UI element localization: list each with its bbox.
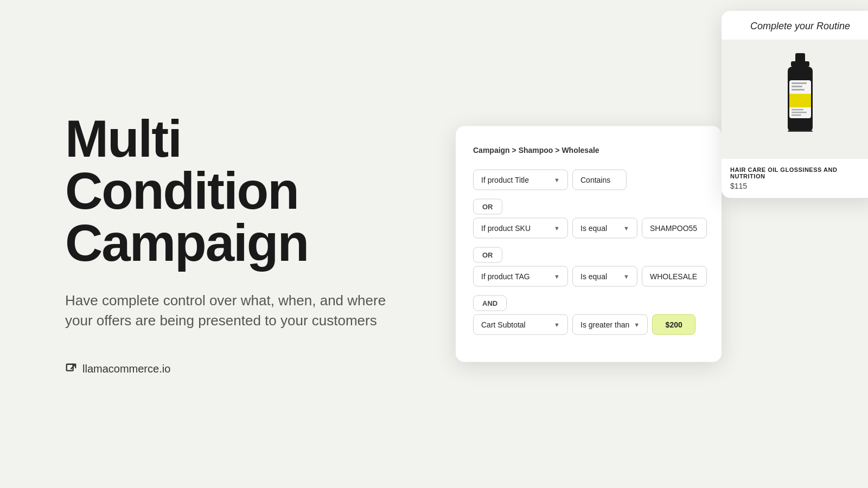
chevron-icon-3: ▼ bbox=[554, 273, 560, 280]
svg-rect-8 bbox=[792, 89, 805, 91]
and-badge[interactable]: AND bbox=[473, 296, 507, 311]
condition-operator-2[interactable]: Is equal ▼ bbox=[572, 218, 637, 239]
condition-row-3: If product TAG ▼ Is equal ▼ WHOLESALE bbox=[473, 266, 704, 287]
product-card: Complete your Routine bbox=[722, 11, 868, 198]
product-info-area: HAIR CARE OIL GLOSSINESS AND NUTRITION $… bbox=[722, 159, 868, 198]
condition-row-1: If product Title ▼ Contains bbox=[473, 170, 704, 190]
or-badge-1[interactable]: OR bbox=[473, 199, 502, 215]
condition-field-2[interactable]: If product SKU ▼ bbox=[473, 218, 568, 239]
chevron-icon-op-3: ▼ bbox=[623, 273, 629, 280]
condition-value-3[interactable]: WHOLESALE bbox=[642, 266, 707, 287]
svg-rect-11 bbox=[792, 114, 801, 116]
chevron-icon-op-2: ▼ bbox=[623, 225, 629, 232]
page-title: Multi Condition Campaign bbox=[65, 113, 412, 269]
condition-operator-1[interactable]: Contains bbox=[572, 170, 627, 190]
product-name: HAIR CARE OIL GLOSSINESS AND NUTRITION bbox=[730, 166, 868, 179]
logic-or-1[interactable]: OR bbox=[473, 196, 704, 218]
svg-rect-6 bbox=[792, 82, 807, 84]
chevron-icon-2: ▼ bbox=[554, 225, 560, 232]
product-bottle-image bbox=[776, 50, 825, 148]
chevron-icon-4: ▼ bbox=[554, 322, 560, 328]
svg-rect-2 bbox=[791, 61, 809, 67]
condition-row-2: If product SKU ▼ Is equal ▼ SHAMPOO55 bbox=[473, 218, 704, 239]
condition-field-1[interactable]: If product Title ▼ bbox=[473, 170, 568, 190]
brand-link[interactable]: llamacommerce.io bbox=[65, 363, 412, 375]
product-price: $115 bbox=[730, 182, 868, 190]
campaign-breadcrumb: Campaign > Shampoo > Wholesale bbox=[473, 146, 704, 155]
condition-value-2[interactable]: SHAMPOO55 bbox=[642, 218, 707, 239]
svg-rect-5 bbox=[789, 94, 811, 107]
product-card-title: Complete your Routine bbox=[722, 11, 868, 40]
campaign-card: Campaign > Shampoo > Wholesale If produc… bbox=[456, 126, 722, 362]
brand-url: llamacommerce.io bbox=[82, 363, 170, 375]
condition-operator-3[interactable]: Is equal ▼ bbox=[572, 266, 637, 287]
product-image-area bbox=[722, 40, 868, 159]
svg-rect-7 bbox=[792, 86, 802, 87]
chevron-icon-1: ▼ bbox=[554, 177, 560, 183]
svg-rect-10 bbox=[792, 112, 807, 113]
chevron-icon-op-4: ▼ bbox=[634, 322, 640, 328]
svg-rect-12 bbox=[788, 131, 813, 132]
svg-rect-9 bbox=[792, 109, 803, 111]
subtitle-text: Have complete control over what, when, a… bbox=[65, 291, 401, 330]
condition-field-3[interactable]: If product TAG ▼ bbox=[473, 266, 568, 287]
right-section: Complete your Routine bbox=[456, 0, 868, 488]
condition-row-4: Cart Subtotal ▼ Is greater than ▼ $200 bbox=[473, 314, 704, 335]
condition-value-4[interactable]: $200 bbox=[652, 314, 695, 335]
logic-or-2[interactable]: OR bbox=[473, 244, 704, 266]
condition-field-4[interactable]: Cart Subtotal ▼ bbox=[473, 314, 568, 335]
external-link-icon bbox=[65, 363, 77, 375]
logic-and[interactable]: AND bbox=[473, 292, 704, 314]
or-badge-2[interactable]: OR bbox=[473, 247, 502, 263]
left-section: Multi Condition Campaign Have complete c… bbox=[0, 0, 456, 488]
condition-operator-4[interactable]: Is greater than ▼ bbox=[572, 314, 648, 335]
